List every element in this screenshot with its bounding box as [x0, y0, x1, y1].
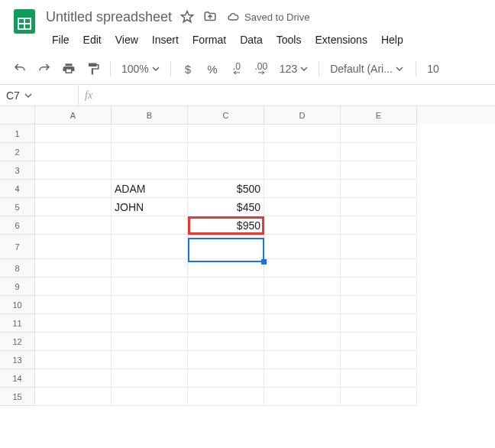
cell-E14[interactable]: [341, 369, 417, 388]
cell-E8[interactable]: [341, 259, 417, 278]
row-header-10[interactable]: 10: [0, 296, 35, 314]
col-header-C[interactable]: C: [188, 106, 264, 125]
cell-B8[interactable]: [112, 259, 188, 278]
cell-C14[interactable]: [188, 369, 264, 388]
formula-bar-input[interactable]: [112, 85, 495, 106]
cell-E6[interactable]: [341, 216, 417, 235]
move-icon[interactable]: [202, 9, 218, 24]
row-header-4[interactable]: 4: [0, 180, 35, 198]
col-header-A[interactable]: A: [35, 106, 112, 125]
row-header-2[interactable]: 2: [0, 143, 35, 161]
cell-D2[interactable]: [264, 143, 341, 161]
cell-E15[interactable]: [341, 388, 417, 406]
more-formats-dropdown[interactable]: 123: [275, 58, 312, 80]
cell-B10[interactable]: [112, 296, 188, 314]
row-header-9[interactable]: 9: [0, 278, 35, 296]
cell-D1[interactable]: [264, 125, 341, 143]
cell-A14[interactable]: [35, 369, 112, 388]
cell-B12[interactable]: [112, 333, 188, 351]
sheets-logo-icon[interactable]: [9, 6, 40, 37]
cell-D10[interactable]: [264, 296, 341, 314]
cell-D11[interactable]: [264, 314, 341, 333]
cell-A15[interactable]: [35, 388, 112, 406]
cell-B6[interactable]: [112, 216, 188, 235]
cell-D15[interactable]: [264, 388, 341, 406]
cell-D4[interactable]: [264, 180, 341, 198]
format-currency-button[interactable]: $: [177, 58, 199, 80]
redo-icon[interactable]: [34, 58, 55, 80]
cell-E1[interactable]: [341, 125, 417, 143]
star-icon[interactable]: [180, 9, 195, 24]
row-header-15[interactable]: 15: [0, 388, 35, 406]
cell-A13[interactable]: [35, 351, 112, 369]
cell-E11[interactable]: [341, 314, 417, 333]
format-percent-button[interactable]: %: [202, 58, 223, 80]
row-header-11[interactable]: 11: [0, 314, 35, 333]
cell-C2[interactable]: [188, 143, 264, 161]
cell-B11[interactable]: [112, 314, 188, 333]
cell-A7[interactable]: [35, 235, 112, 259]
cell-A8[interactable]: [35, 259, 112, 278]
cell-E13[interactable]: [341, 351, 417, 369]
cell-A10[interactable]: [35, 296, 112, 314]
cell-D3[interactable]: [264, 161, 341, 180]
menu-edit[interactable]: Edit: [77, 31, 108, 49]
cell-C10[interactable]: [188, 296, 264, 314]
font-dropdown[interactable]: Default (Ari...: [325, 58, 409, 80]
cell-B4[interactable]: ADAM: [112, 180, 188, 198]
cell-A2[interactable]: [35, 143, 112, 161]
menu-tools[interactable]: Tools: [270, 31, 308, 49]
cell-B1[interactable]: [112, 125, 188, 143]
cell-C6[interactable]: $950: [188, 216, 264, 235]
cell-B3[interactable]: [112, 161, 188, 180]
cell-C15[interactable]: [188, 388, 264, 406]
cell-B14[interactable]: [112, 369, 188, 388]
cell-E2[interactable]: [341, 143, 417, 161]
print-icon[interactable]: [58, 58, 79, 80]
cell-D8[interactable]: [264, 259, 341, 278]
cell-E9[interactable]: [341, 278, 417, 296]
col-header-B[interactable]: B: [112, 106, 188, 125]
row-header-13[interactable]: 13: [0, 351, 35, 369]
cell-E7[interactable]: [341, 235, 417, 259]
menu-data[interactable]: Data: [234, 31, 269, 49]
cell-A1[interactable]: [35, 125, 112, 143]
menu-view[interactable]: View: [109, 31, 144, 49]
row-header-7[interactable]: 7: [0, 235, 35, 259]
menu-help[interactable]: Help: [375, 31, 409, 49]
cell-D12[interactable]: [264, 333, 341, 351]
menu-format[interactable]: Format: [186, 31, 232, 49]
cell-B7[interactable]: [112, 235, 188, 259]
row-header-12[interactable]: 12: [0, 333, 35, 351]
cell-A9[interactable]: [35, 278, 112, 296]
cell-D6[interactable]: [264, 216, 341, 235]
zoom-dropdown[interactable]: 100%: [117, 58, 164, 80]
menu-insert[interactable]: Insert: [146, 31, 185, 49]
cell-A4[interactable]: [35, 180, 112, 198]
undo-icon[interactable]: [9, 58, 31, 80]
cell-E3[interactable]: [341, 161, 417, 180]
increase-decimal-button[interactable]: .00: [251, 58, 272, 80]
cell-B13[interactable]: [112, 351, 188, 369]
cell-D7[interactable]: [264, 235, 341, 259]
cell-D9[interactable]: [264, 278, 341, 296]
cell-C3[interactable]: [188, 161, 264, 180]
cell-B9[interactable]: [112, 278, 188, 296]
cell-C13[interactable]: [188, 351, 264, 369]
cell-C1[interactable]: [188, 125, 264, 143]
cell-C5[interactable]: $450: [188, 198, 264, 216]
paint-format-icon[interactable]: [82, 58, 104, 80]
col-header-E[interactable]: E: [341, 106, 417, 125]
font-size[interactable]: 10: [422, 58, 444, 80]
row-header-14[interactable]: 14: [0, 369, 35, 388]
row-header-6[interactable]: 6: [0, 216, 35, 235]
cell-E4[interactable]: [341, 180, 417, 198]
cell-C12[interactable]: [188, 333, 264, 351]
cell-A12[interactable]: [35, 333, 112, 351]
cell-E10[interactable]: [341, 296, 417, 314]
cell-C11[interactable]: [188, 314, 264, 333]
cell-A11[interactable]: [35, 314, 112, 333]
cell-D14[interactable]: [264, 369, 341, 388]
row-header-3[interactable]: 3: [0, 161, 35, 180]
row-header-5[interactable]: 5: [0, 198, 35, 216]
